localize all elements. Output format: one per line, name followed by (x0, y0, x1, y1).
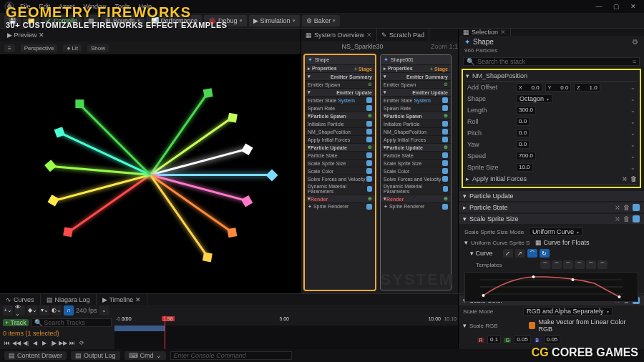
viewport-options[interactable]: ≡ (4, 44, 15, 52)
overlay-brand: CG COREB GAMES (532, 346, 638, 359)
speed-input[interactable]: 700.0 (516, 152, 536, 160)
tool-fps[interactable]: ∩ (64, 305, 74, 315)
loop-icon[interactable]: ⟳ (77, 340, 86, 346)
content-drawer-button[interactable]: ▤ Content Drawer (4, 351, 67, 360)
play-icon[interactable]: ▶ (40, 340, 49, 346)
bug-icon: 🐞 (208, 17, 216, 24)
tool-flag[interactable]: ▾⌄ (39, 305, 49, 315)
maximize-icon[interactable]: ▢ (610, 3, 623, 10)
simulation-button[interactable]: ▶ Simulation▾ (249, 15, 300, 26)
svg-point-4 (482, 294, 485, 297)
curve-editor[interactable] (464, 272, 638, 302)
viewport-perspective[interactable]: Perspective (21, 44, 58, 52)
shape-dropdown[interactable]: Octagon▾ (516, 94, 552, 103)
goto-end-icon[interactable]: ⏭ (68, 340, 77, 346)
search-input[interactable]: 🔍Search the stack≡ (463, 57, 640, 66)
tab-timeline[interactable]: ▶ Timeline ✕ (97, 294, 148, 305)
section-particle-state[interactable]: ▸Particle State⤮🗑 (459, 202, 644, 212)
system-watermark: SYSTEM (381, 270, 454, 289)
close-icon[interactable]: ✕ (627, 3, 640, 10)
node-shape001[interactable]: ✦Shape001 ▸ Properties+ Stage ▾ Emitter … (380, 54, 452, 290)
tool-key[interactable]: ◆⌄ (27, 305, 37, 315)
pitch-input[interactable]: 0.0 (516, 129, 530, 137)
template-3[interactable]: ⌒ (563, 260, 573, 269)
menu-window[interactable]: Window (81, 3, 109, 10)
g-channel: G (504, 338, 511, 343)
save-button[interactable]: 💾 (4, 15, 21, 26)
next-frame-icon[interactable]: |▶ (49, 340, 58, 346)
add-track-button[interactable]: + Track (3, 319, 29, 326)
compile-button[interactable]: ✔ Compile (42, 15, 82, 26)
prev-frame-icon[interactable]: ◀| (21, 340, 30, 346)
particle-count: 966 Particles (464, 47, 638, 54)
g-input[interactable]: 0.05 (514, 336, 531, 344)
tab-niagara-log[interactable]: ▤ Niagara Log (41, 294, 97, 305)
shuffle-icon[interactable]: ⤮ (622, 175, 628, 182)
tab-system-overview[interactable]: ▦ System Overview ✕ (301, 29, 377, 41)
tool-plus[interactable]: +⌄ (3, 305, 13, 315)
curve-tool-3[interactable]: ⌒ (527, 249, 537, 258)
node-shape[interactable]: ✦Shape ▸ Properties+ Stage ▾ Emitter Sum… (304, 54, 376, 290)
template-4[interactable]: ⌒ (575, 260, 585, 269)
curve-tool-1[interactable]: ⤢ (503, 249, 513, 258)
goto-start-icon[interactable]: ⏮ (3, 340, 11, 346)
highlighted-module: ▾NM_ShapePosition Add Offset X0.0 Y0.0 Z… (462, 69, 641, 188)
offset-y-input[interactable]: Y0.0 (545, 83, 572, 92)
menu-help[interactable]: Help (136, 3, 155, 10)
menu-edit[interactable]: Edit (36, 3, 54, 10)
bounds-button[interactable]: ⊞ Bounds▾ (101, 15, 145, 26)
play-icon: ▶ (253, 17, 258, 24)
gear-icon[interactable]: ⚙ (632, 38, 638, 46)
template-1[interactable]: ⌒ (540, 260, 550, 269)
length-input[interactable]: 300.0 (516, 106, 536, 114)
yaw-input[interactable]: 0.0 (516, 140, 530, 149)
tool-eye[interactable]: 👁⌄ (15, 305, 25, 315)
scale-mode-dropdown[interactable]: Uniform Curve▾ (529, 228, 582, 236)
tab-selection[interactable]: ▦ Selection ✕ (459, 29, 511, 36)
minimize-icon[interactable]: — (592, 3, 605, 10)
section-particle-update[interactable]: ▾Particle Update (459, 191, 644, 201)
bounds-icon: ⊞ (105, 17, 111, 24)
tool-snap[interactable]: ◐⌄ (52, 305, 62, 315)
r-input[interactable]: 0.1 (487, 336, 501, 344)
offset-x-input[interactable]: X0.0 (516, 83, 542, 92)
performance-button[interactable]: 📊 Performance (147, 15, 203, 26)
curve-tool-4[interactable]: ↻ (540, 249, 550, 258)
b-input[interactable]: 0.05 (544, 336, 561, 344)
menu-tools[interactable]: Tools (112, 3, 133, 10)
sprite-size-input[interactable]: 10.0 (516, 163, 533, 172)
roll-input[interactable]: 0.0 (516, 117, 530, 126)
tab-scratch-pad[interactable]: ✎ Scratch Pad (377, 29, 429, 41)
curve-tool-2[interactable]: ↗ (515, 249, 525, 258)
step-back-icon[interactable]: ◀◀ (12, 340, 21, 346)
console-input[interactable]: Enter Console Command (170, 351, 292, 360)
browse-button[interactable]: 📁 (23, 15, 39, 26)
track-search-input[interactable]: 🔍 Search Tracks (31, 318, 112, 327)
template-5[interactable]: ⌒ (586, 260, 596, 269)
menu-asset[interactable]: Asset (56, 3, 78, 10)
reverse-play-icon[interactable]: ◀ (31, 340, 39, 346)
viewport-show[interactable]: Show (87, 44, 109, 52)
tab-preview[interactable]: ▶ Preview ✕ (3, 31, 49, 39)
debug-button[interactable]: 🐞 Debug▾ (204, 15, 247, 26)
timeline[interactable]: -0.10 0.00 1.98 5.00 10.00 10.10 (114, 315, 458, 349)
color-swatch[interactable] (529, 322, 536, 329)
sparkle-icon: ✦ (308, 57, 313, 63)
trash-icon[interactable]: 🗑 (630, 175, 637, 182)
b-channel: B (534, 338, 541, 343)
preview-viewport[interactable] (0, 54, 301, 293)
template-2[interactable]: ⌒ (552, 260, 562, 269)
tool-chev[interactable]: ⌄ (99, 305, 109, 315)
offset-z-input[interactable]: Z1.0 (574, 83, 600, 92)
thumbnail-button[interactable]: ▦ (84, 15, 99, 26)
template-6[interactable]: ⌒ (597, 260, 608, 269)
baker-button[interactable]: ⚙ Baker▾ (302, 15, 341, 26)
cmd-button[interactable]: ⌨ Cmd ⌄ (125, 351, 166, 360)
scale-mode2-dropdown[interactable]: RGB and Alpha Separately▾ (523, 307, 613, 315)
menu-file[interactable]: File (17, 3, 34, 10)
step-fwd-icon[interactable]: ▶▶ (59, 340, 67, 346)
filter-icon[interactable]: ≡ (633, 58, 636, 65)
output-log-button[interactable]: ▤ Output Log (71, 351, 120, 360)
viewport-lit[interactable]: ● Lit (63, 44, 82, 52)
section-scale-sprite[interactable]: ▾Scale Sprite Size⤮🗑 (459, 214, 644, 224)
